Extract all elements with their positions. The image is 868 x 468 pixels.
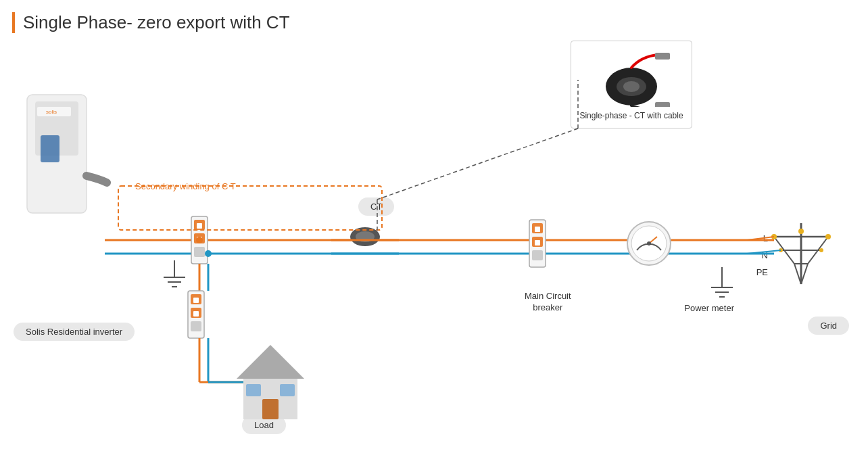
svg-rect-21 [191,216,208,264]
svg-point-55 [647,241,651,245]
svg-line-62 [794,264,801,284]
svg-rect-48 [532,237,543,247]
L-label: L [763,233,768,243]
svg-point-29 [196,237,203,243]
svg-rect-74 [246,384,261,396]
svg-marker-71 [237,345,304,379]
ct-sensor-image [587,49,675,107]
svg-point-65 [798,229,804,234]
svg-rect-35 [193,298,199,303]
svg-text:solis: solis [46,109,57,115]
svg-rect-6 [35,101,78,156]
svg-rect-51 [535,240,540,245]
power-meter-label: Power meter [684,303,734,313]
svg-line-63 [801,264,808,284]
svg-rect-4 [655,102,670,107]
svg-rect-8 [37,107,71,116]
svg-rect-36 [193,311,199,317]
ground-symbol-inverter [164,260,185,287]
svg-rect-22 [194,220,205,230]
svg-rect-24 [194,247,205,257]
svg-point-2 [623,81,640,92]
svg-rect-47 [532,223,543,233]
svg-line-59 [774,237,794,264]
ct-image-label: Single-phase - CT with cable [579,111,683,120]
svg-rect-34 [191,321,201,331]
svg-rect-45 [118,186,382,230]
svg-point-68 [819,248,823,252]
svg-rect-26 [197,237,202,242]
secondary-winding-label: Secondary winding of C T [135,181,236,191]
grid-label: Grid [808,317,849,335]
svg-line-54 [649,237,657,243]
wiring-diagram: solis [0,0,868,468]
inverter-label: Solis Residential inverter [14,323,135,341]
svg-point-52 [627,222,671,265]
svg-line-60 [808,237,828,264]
svg-point-66 [825,234,831,239]
svg-rect-33 [191,308,201,318]
svg-point-67 [779,248,783,252]
ct-pill-label: CT [358,197,394,216]
N-label: N [762,250,768,260]
ground-symbol-main [711,271,733,297]
svg-point-41 [350,227,380,246]
PE-label: PE [756,267,768,277]
main-breaker-label: Main Circuitbreaker [525,291,571,314]
svg-point-30 [205,250,212,257]
svg-rect-25 [197,223,202,229]
svg-rect-72 [243,379,297,419]
svg-rect-7 [41,135,59,162]
svg-rect-46 [529,220,546,267]
ct-sensor [331,227,399,254]
svg-line-76 [377,128,578,200]
page-title: Single Phase- zero export with CT [23,12,290,32]
svg-rect-5 [27,95,87,213]
svg-point-64 [771,234,777,239]
svg-rect-75 [280,384,295,396]
breaker-left [191,216,208,264]
breaker-load [188,291,204,338]
svg-rect-49 [532,250,543,260]
svg-rect-23 [194,233,205,243]
inverter-icon: solis [27,95,107,213]
svg-rect-32 [191,294,201,304]
svg-point-42 [356,231,375,242]
svg-point-53 [631,226,667,261]
svg-rect-3 [655,53,670,60]
svg-rect-50 [535,227,540,232]
power-meter [627,222,671,265]
ct-image-box: Single-phase - CT with cable [571,41,692,128]
title-bar: Single Phase- zero export with CT [12,12,290,33]
main-circuit-breaker [529,220,546,267]
svg-rect-31 [188,291,204,338]
house-icon [237,345,304,419]
load-label: Load [242,416,286,434]
svg-line-69 [747,237,774,240]
page-container: Single Phase- zero export with CT Single… [0,0,868,468]
